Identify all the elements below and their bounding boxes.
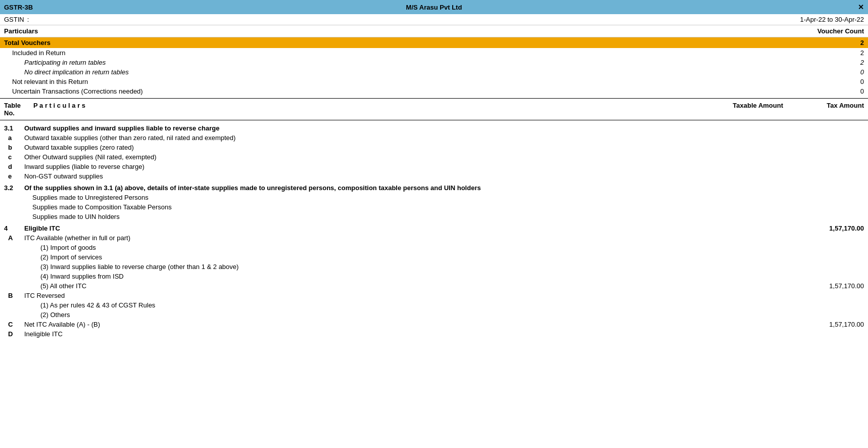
gstin-section: GSTIN : bbox=[4, 16, 29, 23]
voucher-count-header: Voucher Count bbox=[817, 27, 864, 35]
row-text-D: Ineligible ITC bbox=[24, 330, 707, 338]
row-3-1-a: a Outward taxable supplies (other than z… bbox=[0, 133, 868, 143]
row-text-A-4: (4) Inward supplies from ISD bbox=[24, 273, 707, 280]
row-id-A: A bbox=[4, 234, 24, 242]
particulars-header: Particulars bbox=[4, 27, 38, 35]
row-4-A-5: (5) All other ITC 1,57,170.00 bbox=[0, 281, 868, 291]
no-direct-label: No direct implication in return tables bbox=[24, 68, 129, 76]
section-3-2-header: 3.2 Of the supplies shown in 3.1 (a) abo… bbox=[0, 183, 868, 193]
row-4-A-4: (4) Inward supplies from ISD bbox=[0, 272, 868, 281]
not-relevant-row: Not relevant in this Return 0 bbox=[0, 77, 868, 86]
row-text-e: Non-GST outward supplies bbox=[24, 172, 707, 180]
uncertain-row: Uncertain Transactions (Corrections need… bbox=[0, 86, 868, 96]
row-3-2-composition: Supplies made to Composition Taxable Per… bbox=[0, 202, 868, 212]
row-3-1-c: c Other Outward supplies (Nil rated, exe… bbox=[0, 152, 868, 162]
included-in-return-label: Included in Return bbox=[12, 49, 66, 57]
table-header-right: Taxable Amount Tax Amount bbox=[702, 102, 864, 117]
section-3-1: 3.1 Outward supplies and inward supplies… bbox=[0, 123, 868, 181]
close-button[interactable]: ✕ bbox=[858, 3, 864, 11]
gstin-label: GSTIN bbox=[4, 16, 24, 23]
company-name: M/S Arasu Pvt Ltd bbox=[406, 4, 462, 11]
row-id-a: a bbox=[4, 134, 24, 142]
row-4-A-2: (2) Import of services bbox=[0, 252, 868, 262]
total-vouchers-label: Total Vouchers bbox=[4, 39, 51, 47]
row-text-a: Outward taxable supplies (other than zer… bbox=[24, 134, 707, 142]
row-id-D: D bbox=[4, 330, 24, 338]
app-title: GSTR-3B bbox=[4, 4, 33, 11]
row-4-B-2: (2) Others bbox=[0, 310, 868, 320]
section-3-2: 3.2 Of the supplies shown in 3.1 (a) abo… bbox=[0, 183, 868, 221]
row-text-composition: Supplies made to Composition Taxable Per… bbox=[24, 203, 707, 211]
participating-row: Participating in return tables 2 bbox=[0, 58, 868, 67]
row-text-B-2: (2) Others bbox=[24, 311, 707, 319]
row-text-B: ITC Reversed bbox=[24, 292, 707, 299]
section-4-id: 4 bbox=[4, 225, 24, 232]
date-range: 1-Apr-22 to 30-Apr-22 bbox=[800, 16, 864, 23]
row-4-B: B ITC Reversed bbox=[0, 291, 868, 300]
title-bar: GSTR-3B M/S Arasu Pvt Ltd ✕ bbox=[0, 0, 868, 14]
row-4-A-1: (1) Import of goods bbox=[0, 243, 868, 252]
row-3-2-unregistered: Supplies made to Unregistered Persons bbox=[0, 193, 868, 202]
row-text-unregistered: Supplies made to Unregistered Persons bbox=[24, 194, 707, 201]
table-header-left: TableNo. P a r t i c u l a r s bbox=[4, 102, 85, 117]
participating-label: Participating in return tables bbox=[24, 59, 106, 66]
row-4-D: D Ineligible ITC bbox=[0, 329, 868, 339]
row-text-b: Outward taxable supplies (zero rated) bbox=[24, 144, 707, 151]
uncertain-value: 0 bbox=[860, 87, 864, 95]
row-3-1-d: d Inward supplies (liable to reverse cha… bbox=[0, 162, 868, 171]
gstin-colon: : bbox=[27, 16, 29, 23]
row-id-b: b bbox=[4, 144, 24, 151]
row-tax-C: 1,57,170.00 bbox=[798, 321, 864, 328]
col-particulars-header: P a r t i c u l a r s bbox=[33, 102, 85, 117]
row-id-B: B bbox=[4, 292, 24, 299]
no-direct-value: 0 bbox=[860, 68, 864, 76]
row-4-A: A ITC Available (whether in full or part… bbox=[0, 233, 868, 243]
row-3-2-uin: Supplies made to UIN holders bbox=[0, 212, 868, 221]
total-vouchers-row: Total Vouchers 2 bbox=[0, 37, 868, 48]
row-id-C: C bbox=[4, 321, 24, 328]
not-relevant-value: 0 bbox=[860, 78, 864, 85]
col-table-no-header: TableNo. bbox=[4, 102, 29, 117]
table-column-headers: TableNo. P a r t i c u l a r s Taxable A… bbox=[0, 98, 868, 120]
col-taxable-amount-header: Taxable Amount bbox=[702, 102, 783, 117]
section-3-2-id: 3.2 bbox=[4, 184, 24, 192]
included-in-return-row: Included in Return 2 bbox=[0, 48, 868, 58]
uncertain-label: Uncertain Transactions (Corrections need… bbox=[12, 87, 143, 95]
row-text-A-5: (5) All other ITC bbox=[24, 282, 707, 290]
section-3-1-header: 3.1 Outward supplies and inward supplies… bbox=[0, 123, 868, 133]
row-id-e: e bbox=[4, 172, 24, 180]
not-relevant-label: Not relevant in this Return bbox=[12, 78, 88, 85]
row-text-d: Inward supplies (liable to reverse charg… bbox=[24, 163, 707, 170]
section-4-title: Eligible ITC bbox=[24, 225, 707, 232]
section-4-header: 4 Eligible ITC 1,57,170.00 bbox=[0, 223, 868, 233]
total-vouchers-value: 2 bbox=[860, 39, 864, 47]
row-text-uin: Supplies made to UIN holders bbox=[24, 213, 707, 220]
row-text-c: Other Outward supplies (Nil rated, exemp… bbox=[24, 153, 707, 161]
row-id-d: d bbox=[4, 163, 24, 170]
row-text-C: Net ITC Available (A) - (B) bbox=[24, 321, 707, 328]
row-4-A-3: (3) Inward supplies liable to reverse ch… bbox=[0, 262, 868, 272]
section-4-tax: 1,57,170.00 bbox=[798, 225, 864, 232]
info-bar: GSTIN : 1-Apr-22 to 30-Apr-22 bbox=[0, 14, 868, 25]
section-3-1-title: Outward supplies and inward supplies lia… bbox=[24, 124, 707, 132]
column-header-row: Particulars Voucher Count bbox=[0, 25, 868, 37]
section-3-2-title: Of the supplies shown in 3.1 (a) above, … bbox=[24, 184, 707, 192]
row-4-B-1: (1) As per rules 42 & 43 of CGST Rules bbox=[0, 300, 868, 310]
row-text-A: ITC Available (whether in full or part) bbox=[24, 234, 707, 242]
section-4: 4 Eligible ITC 1,57,170.00 A ITC Availab… bbox=[0, 223, 868, 339]
row-3-1-b: b Outward taxable supplies (zero rated) bbox=[0, 143, 868, 152]
row-tax-A-5: 1,57,170.00 bbox=[798, 282, 864, 290]
included-in-return-value: 2 bbox=[860, 49, 864, 57]
col-tax-amount-header: Tax Amount bbox=[803, 102, 864, 117]
row-text-A-2: (2) Import of services bbox=[24, 253, 707, 261]
section-3-1-id: 3.1 bbox=[4, 124, 24, 132]
participating-value: 2 bbox=[860, 59, 864, 66]
row-id-c: c bbox=[4, 153, 24, 161]
row-3-1-e: e Non-GST outward supplies bbox=[0, 171, 868, 181]
row-text-B-1: (1) As per rules 42 & 43 of CGST Rules bbox=[24, 301, 707, 309]
row-text-A-1: (1) Import of goods bbox=[24, 244, 707, 251]
row-4-C: C Net ITC Available (A) - (B) 1,57,170.0… bbox=[0, 320, 868, 329]
row-text-A-3: (3) Inward supplies liable to reverse ch… bbox=[24, 263, 707, 271]
no-direct-row: No direct implication in return tables 0 bbox=[0, 67, 868, 77]
